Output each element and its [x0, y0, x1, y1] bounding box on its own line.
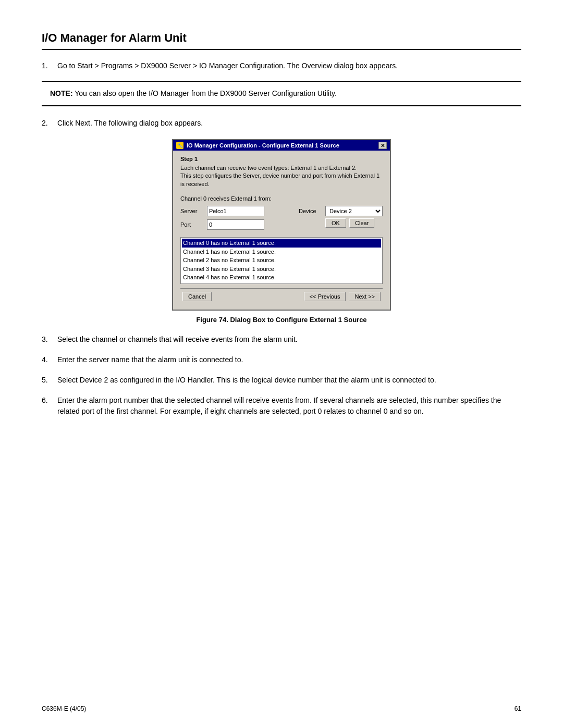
device-label: Device [299, 208, 322, 214]
page-title: I/O Manager for Alarm Unit [42, 31, 521, 50]
step-3-text: Select the channel or channels that will… [57, 334, 521, 345]
server-group: Server Port [180, 206, 264, 233]
step-1-number: 1. [42, 60, 57, 71]
dialog-footer: Cancel << Previous Next >> [180, 288, 383, 304]
dialog-wrapper: 🔧 IO Manager Configuration - Configure E… [42, 139, 521, 311]
step-4-text: Enter the server name that the alarm uni… [57, 354, 521, 365]
dialog-step-label: Step 1 [180, 156, 383, 162]
next-button[interactable]: Next >> [349, 292, 381, 301]
list-item-3[interactable]: Channel 3 has no External 1 source. [182, 265, 381, 274]
list-item-2[interactable]: Channel 2 has no External 1 source. [182, 256, 381, 265]
cancel-button[interactable]: Cancel [182, 292, 212, 301]
dialog-step-desc-line2: This step configures the Server, device … [180, 172, 380, 187]
port-label: Port [180, 221, 204, 228]
step-4-number: 4. [42, 354, 57, 365]
step-3-number: 3. [42, 334, 57, 345]
step-2: 2. Click Next. The following dialog box … [42, 118, 521, 129]
step-1-text: Go to Start > Programs > DX9000 Server >… [57, 60, 521, 71]
step-6: 6. Enter the alarm port number that the … [42, 395, 521, 417]
device-select[interactable]: Device 2 [325, 206, 383, 216]
list-item-1[interactable]: Channel 1 has no External 1 source. [182, 248, 381, 256]
list-item-4[interactable]: Channel 4 has no External 1 source. [182, 273, 381, 282]
server-label: Server [180, 208, 204, 214]
step-3: 3. Select the channel or channels that w… [42, 334, 521, 345]
step-6-number: 6. [42, 395, 57, 417]
step-5-text: Select Device 2 as configured in the I/O… [57, 375, 521, 386]
note-box: NOTE: You can also open the I/O Manager … [42, 81, 521, 106]
dialog-close-button[interactable]: ✕ [378, 142, 387, 149]
figure-caption-text: Figure 74. Dialog Box to Configure Exter… [196, 316, 366, 324]
step-5: 5. Select Device 2 as configured in the … [42, 375, 521, 386]
clear-button[interactable]: Clear [349, 218, 374, 228]
ok-button[interactable]: OK [325, 218, 346, 228]
server-input[interactable] [207, 206, 264, 216]
footer-right: 61 [515, 705, 521, 712]
dialog-step-desc-line1: Each channel can receive two event types… [180, 165, 357, 171]
dialog-footer-right: << Previous Next >> [304, 292, 381, 301]
footer-left: C636M-E (4/05) [42, 705, 86, 712]
dialog-title-icon: 🔧 [176, 142, 183, 149]
list-item-0[interactable]: Channel 0 has no External 1 source. [182, 239, 381, 248]
step-6-text: Enter the alarm port number that the sel… [57, 395, 521, 417]
step-2-text: Click Next. The following dialog box app… [57, 118, 521, 129]
note-label: NOTE: [50, 89, 73, 97]
list-item-5[interactable]: Channel 5 has no External 1 source. [182, 282, 381, 285]
dialog-titlebar: 🔧 IO Manager Configuration - Configure E… [173, 140, 390, 151]
step-1: 1. Go to Start > Programs > DX9000 Serve… [42, 60, 521, 71]
dialog-box: 🔧 IO Manager Configuration - Configure E… [172, 139, 391, 311]
dialog-titlebar-left: 🔧 IO Manager Configuration - Configure E… [176, 142, 339, 149]
step-2-number: 2. [42, 118, 57, 129]
step-4: 4. Enter the server name that the alarm … [42, 354, 521, 365]
note-text: You can also open the I/O Manager from t… [73, 89, 337, 97]
dialog-title: IO Manager Configuration - Configure Ext… [187, 142, 339, 149]
device-group: Device Device 2 OK Clear [299, 206, 383, 228]
previous-button[interactable]: << Previous [304, 292, 346, 301]
dialog-content: Step 1 Each channel can receive two even… [173, 151, 390, 310]
figure-caption: Figure 74. Dialog Box to Configure Exter… [42, 316, 521, 324]
dialog-step-desc: Each channel can receive two event types… [180, 164, 383, 188]
page-footer: C636M-E (4/05) 61 [42, 705, 521, 712]
channel-list[interactable]: Channel 0 has no External 1 source. Chan… [180, 237, 383, 284]
dialog-channel-label: Channel 0 receives External 1 from: [180, 195, 383, 202]
port-input[interactable] [207, 219, 264, 230]
step-5-number: 5. [42, 375, 57, 386]
